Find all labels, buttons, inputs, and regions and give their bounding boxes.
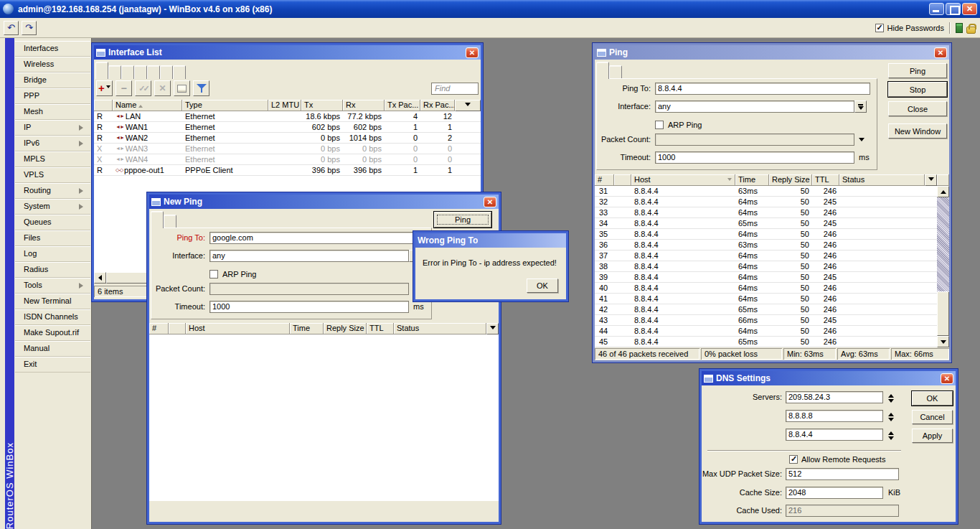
- column-ttl[interactable]: TTL: [367, 323, 394, 334]
- spinner-icon[interactable]: [887, 391, 895, 406]
- column-l2mtu[interactable]: L2 MTU: [268, 100, 301, 111]
- add-button[interactable]: +: [96, 80, 113, 96]
- ping-result-row[interactable]: 31 8.8.4.4 63ms 50 246: [595, 186, 937, 197]
- disable-button[interactable]: ✕: [154, 80, 171, 96]
- ping-result-row[interactable]: 44 8.8.4.4 64ms 50 246: [595, 326, 937, 337]
- ping-result-row[interactable]: 39 8.8.4.4 64ms 50 245: [595, 272, 937, 283]
- redo-icon[interactable]: [22, 21, 37, 35]
- comment-button[interactable]: [174, 80, 190, 96]
- stop-button[interactable]: Stop: [888, 82, 947, 97]
- arp-ping-checkbox[interactable]: [209, 270, 218, 278]
- remove-button[interactable]: −: [116, 80, 132, 96]
- column-num[interactable]: #: [149, 323, 169, 334]
- interface-input[interactable]: any: [655, 100, 854, 113]
- find-input[interactable]: Find: [431, 83, 479, 95]
- menu-item[interactable]: New Terminal: [15, 294, 90, 309]
- menu-item[interactable]: IP: [15, 120, 90, 136]
- interface-row[interactable]: R ◇-◇pppoe-out1 PPPoE Client 396 bps 396…: [94, 165, 481, 176]
- column-blank[interactable]: [614, 174, 631, 186]
- interface-input[interactable]: any: [209, 250, 409, 262]
- ok-button[interactable]: OK: [912, 391, 953, 406]
- menu-item[interactable]: Routing: [15, 183, 90, 199]
- close-icon[interactable]: [962, 3, 977, 15]
- column-status[interactable]: Status: [839, 174, 925, 186]
- column-status[interactable]: Status: [394, 323, 486, 334]
- ping-result-row[interactable]: 43 8.8.4.4 66ms 50 245: [595, 315, 937, 326]
- ping-result-row[interactable]: 35 8.8.4.4 64ms 50 246: [595, 229, 937, 240]
- cache-size-input[interactable]: 2048: [786, 487, 883, 499]
- close-icon[interactable]: [941, 373, 953, 384]
- menu-item[interactable]: Bridge: [15, 72, 90, 88]
- ping-button[interactable]: Ping: [888, 63, 947, 78]
- tab[interactable]: [164, 215, 176, 228]
- tab[interactable]: [108, 65, 121, 79]
- dns-server-input-1[interactable]: 209.58.24.3: [786, 391, 883, 403]
- tab[interactable]: [151, 211, 164, 228]
- ping-result-row[interactable]: 42 8.8.4.4 65ms 50 246: [595, 304, 937, 315]
- ping-result-row[interactable]: 37 8.8.4.4 64ms 50 246: [595, 251, 937, 261]
- ping-to-input[interactable]: 8.8.4.4: [655, 83, 870, 95]
- column-selector-dropdown[interactable]: [455, 100, 481, 111]
- column-flag[interactable]: [94, 100, 113, 111]
- tab[interactable]: [134, 65, 147, 79]
- ping-result-row[interactable]: 45 8.8.4.4 65ms 50 246: [595, 337, 937, 347]
- menu-item[interactable]: Radius: [15, 262, 90, 278]
- ping-result-row[interactable]: 32 8.8.4.4 64ms 50 245: [595, 197, 937, 207]
- close-icon[interactable]: [466, 47, 479, 58]
- timeout-input[interactable]: 1000: [655, 151, 854, 164]
- ping-result-row[interactable]: 40 8.8.4.4 64ms 50 246: [595, 283, 937, 294]
- max-udp-input[interactable]: 512: [786, 468, 899, 480]
- menu-item[interactable]: System: [15, 199, 90, 215]
- column-host[interactable]: Host: [186, 323, 290, 334]
- apply-button[interactable]: Apply: [912, 429, 953, 443]
- interface-row[interactable]: R ◄►WAN2 Ethernet 0 bps 1014 bps 0 2: [94, 133, 481, 144]
- spinner-icon[interactable]: [887, 410, 895, 424]
- scrollbar-thumb[interactable]: [937, 291, 949, 336]
- arp-ping-checkbox[interactable]: [655, 121, 664, 129]
- scroll-down-icon[interactable]: [937, 336, 949, 347]
- column-rx[interactable]: Rx: [343, 100, 385, 111]
- interface-list-titlebar[interactable]: Interface List: [94, 45, 481, 60]
- column-time[interactable]: Time: [290, 323, 324, 334]
- column-blank[interactable]: [169, 323, 186, 334]
- tab[interactable]: [609, 65, 622, 79]
- menu-item[interactable]: Manual: [15, 341, 90, 357]
- menu-item[interactable]: Exit: [15, 357, 90, 373]
- tab[interactable]: [596, 62, 609, 79]
- column-selector-dropdown[interactable]: [486, 323, 499, 334]
- menu-item[interactable]: VPLS: [15, 167, 90, 183]
- ping-titlebar[interactable]: Ping: [595, 45, 949, 60]
- tab[interactable]: [121, 65, 134, 79]
- tab[interactable]: [173, 65, 186, 79]
- ping-result-row[interactable]: 38 8.8.4.4 64ms 50 246: [595, 261, 937, 272]
- column-selector-dropdown[interactable]: [925, 174, 937, 186]
- close-button[interactable]: Close: [888, 101, 947, 116]
- column-rx-pac[interactable]: Rx Pac...: [420, 100, 455, 111]
- minimize-icon[interactable]: [929, 3, 944, 15]
- menu-item[interactable]: Wireless: [15, 57, 90, 72]
- interface-row[interactable]: R ◄►LAN Ethernet 18.6 kbps 77.2 kbps 4 1…: [94, 111, 481, 122]
- menu-item[interactable]: Files: [15, 230, 90, 246]
- interface-row[interactable]: X ◄►WAN3 Ethernet 0 bps 0 bps 0 0: [94, 144, 481, 154]
- menu-item[interactable]: Interfaces: [15, 41, 90, 57]
- maximize-icon[interactable]: [946, 3, 961, 15]
- menu-item[interactable]: IPv6: [15, 136, 90, 151]
- interface-row[interactable]: R ◄►WAN1 Ethernet 602 bps 602 bps 1 1: [94, 122, 481, 133]
- cancel-button[interactable]: Cancel: [912, 410, 953, 424]
- menu-item[interactable]: Log: [15, 246, 90, 262]
- menu-item[interactable]: Mesh: [15, 104, 90, 120]
- column-type[interactable]: Type: [182, 100, 268, 111]
- column-tx-pac[interactable]: Tx Pac...: [385, 100, 420, 111]
- ok-button[interactable]: OK: [527, 278, 558, 293]
- close-icon[interactable]: [934, 47, 947, 58]
- ping-button[interactable]: Ping: [434, 212, 491, 228]
- column-tx[interactable]: Tx: [301, 100, 343, 111]
- ping-to-input[interactable]: google.com: [209, 232, 417, 244]
- menu-item[interactable]: MPLS: [15, 151, 90, 167]
- filter-button[interactable]: [193, 80, 209, 96]
- interface-row[interactable]: X ◄►WAN4 Ethernet 0 bps 0 bps 0 0: [94, 154, 481, 165]
- allow-remote-requests-checkbox[interactable]: [789, 455, 798, 464]
- menu-item[interactable]: Queues: [15, 215, 90, 230]
- close-icon[interactable]: [484, 197, 496, 207]
- ping-result-row[interactable]: 41 8.8.4.4 64ms 50 246: [595, 294, 937, 304]
